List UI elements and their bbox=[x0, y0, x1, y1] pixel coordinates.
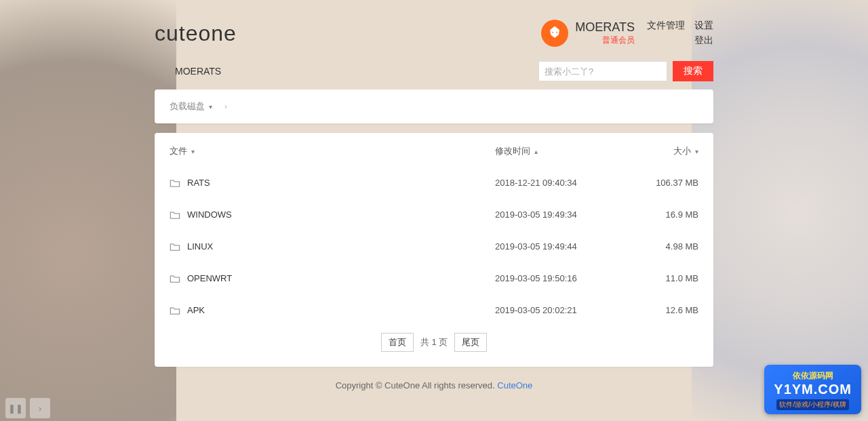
user-role: 普通会员 bbox=[575, 35, 635, 46]
header: cuteone MOERATS 普通会员 文件管理 设置 登出 bbox=[155, 0, 713, 54]
chevron-up-icon: ▴ bbox=[534, 148, 538, 155]
watermark-domain: Y1YM.COM bbox=[774, 382, 852, 397]
folder-icon bbox=[170, 178, 180, 188]
disk-label: 负载磁盘 bbox=[170, 100, 205, 113]
logo: cuteone bbox=[155, 21, 237, 46]
file-mtime: 2019-03-05 19:50:16 bbox=[495, 273, 631, 283]
nav-settings[interactable]: 设置 bbox=[694, 20, 713, 32]
user-block[interactable]: MOERATS 普通会员 bbox=[541, 20, 635, 47]
chevron-down-icon: ▾ bbox=[191, 148, 195, 155]
table-row[interactable]: OPENWRT2019-03-05 19:50:1611.0 MB bbox=[170, 262, 698, 294]
chevron-right-icon: › bbox=[224, 102, 227, 111]
page-first-button[interactable]: 首页 bbox=[381, 333, 414, 352]
file-name: LINUX bbox=[187, 241, 213, 252]
file-name: WINDOWS bbox=[187, 209, 232, 220]
column-size-label: 大小 bbox=[673, 145, 691, 157]
footer-link[interactable]: CuteOne bbox=[497, 380, 532, 390]
column-mtime-label: 修改时间 bbox=[495, 145, 530, 157]
table-row[interactable]: APK2019-03-05 20:02:2112.6 MB bbox=[170, 294, 698, 326]
file-mtime: 2019-03-05 20:02:21 bbox=[495, 305, 631, 315]
carousel-controls: ❚❚ › bbox=[5, 398, 50, 418]
file-name: APK bbox=[187, 305, 205, 315]
file-name: OPENWRT bbox=[187, 273, 232, 283]
column-file[interactable]: 文件 ▾ bbox=[170, 145, 495, 157]
chevron-down-icon: ▾ bbox=[695, 148, 698, 155]
file-list-panel: 文件 ▾ 修改时间 ▴ 大小 ▾ RATS2018-12-21 09:40:34… bbox=[155, 133, 713, 367]
table-row[interactable]: WINDOWS2019-03-05 19:49:3416.9 MB bbox=[170, 199, 698, 230]
file-size: 4.98 MB bbox=[631, 241, 698, 252]
file-size: 106.37 MB bbox=[631, 178, 698, 188]
breadcrumb[interactable]: MOERATS bbox=[155, 66, 221, 77]
watermark-sub: 软件/游戏/小程序/棋牌 bbox=[776, 399, 848, 410]
background-right bbox=[692, 0, 868, 421]
background-left bbox=[0, 0, 176, 421]
pagination: 首页 共 1 页 尾页 bbox=[170, 326, 698, 361]
column-size[interactable]: 大小 ▾ bbox=[631, 145, 698, 157]
file-mtime: 2019-03-05 19:49:44 bbox=[495, 241, 631, 252]
watermark-badge: 依依源码网 Y1YM.COM 软件/游戏/小程序/棋牌 bbox=[764, 365, 861, 414]
footer-text: Copyright © CuteOne All rights reserved. bbox=[336, 380, 498, 390]
next-button[interactable]: › bbox=[30, 398, 50, 418]
nav-file-manage[interactable]: 文件管理 bbox=[647, 20, 685, 32]
file-size: 12.6 MB bbox=[631, 305, 698, 315]
file-size: 16.9 MB bbox=[631, 209, 698, 220]
folder-icon bbox=[170, 274, 180, 283]
file-name: RATS bbox=[187, 178, 210, 188]
folder-icon bbox=[170, 306, 180, 315]
footer: Copyright © CuteOne All rights reserved.… bbox=[155, 376, 713, 395]
page-last-button[interactable]: 尾页 bbox=[454, 333, 487, 352]
file-size: 11.0 MB bbox=[631, 273, 698, 283]
search-input[interactable] bbox=[538, 61, 667, 81]
user-name: MOERATS bbox=[575, 20, 635, 35]
pause-button[interactable]: ❚❚ bbox=[5, 398, 26, 418]
disk-dropdown[interactable]: 负载磁盘 ▾ bbox=[170, 100, 212, 113]
page-info: 共 1 页 bbox=[420, 336, 448, 348]
fox-icon bbox=[545, 24, 564, 43]
table-row[interactable]: RATS2018-12-21 09:40:34106.37 MB bbox=[170, 167, 698, 199]
folder-icon bbox=[170, 210, 180, 220]
watermark-title: 依依源码网 bbox=[774, 370, 852, 382]
disk-breadcrumb-panel: 负载磁盘 ▾ › bbox=[155, 89, 713, 123]
file-mtime: 2018-12-21 09:40:34 bbox=[495, 178, 631, 188]
chevron-down-icon: ▾ bbox=[209, 103, 212, 111]
search-button[interactable]: 搜索 bbox=[673, 61, 713, 81]
table-row[interactable]: LINUX2019-03-05 19:49:444.98 MB bbox=[170, 230, 698, 262]
avatar bbox=[541, 20, 568, 47]
column-mtime[interactable]: 修改时间 ▴ bbox=[495, 145, 631, 157]
nav-logout[interactable]: 登出 bbox=[694, 35, 713, 47]
folder-icon bbox=[170, 242, 180, 252]
file-mtime: 2019-03-05 19:49:34 bbox=[495, 209, 631, 220]
column-file-label: 文件 bbox=[170, 145, 187, 157]
